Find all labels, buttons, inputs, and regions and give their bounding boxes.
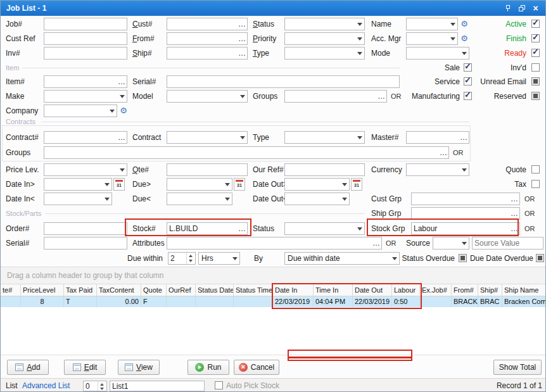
groups-input[interactable] bbox=[285, 91, 376, 102]
ship-grp-ellipsis-button[interactable]: … bbox=[509, 208, 519, 219]
spinner-up-icon[interactable] bbox=[98, 381, 106, 386]
contract-num-input[interactable] bbox=[44, 132, 117, 143]
cust-grp-input[interactable] bbox=[412, 193, 509, 205]
stock-serial-input[interactable] bbox=[44, 237, 127, 249]
add-button[interactable]: Add bbox=[7, 360, 49, 375]
inv-input[interactable] bbox=[44, 47, 127, 59]
company-select[interactable] bbox=[44, 104, 117, 117]
grid-cell[interactable]: Bracken Comm bbox=[502, 296, 546, 307]
stock-grp-input[interactable] bbox=[412, 223, 509, 234]
due-gt-select[interactable] bbox=[167, 178, 232, 191]
grid-cell[interactable]: 22/03/2019 bbox=[353, 296, 392, 307]
show-total-button[interactable]: Show Total bbox=[493, 360, 542, 375]
list-spinner-input[interactable] bbox=[84, 381, 98, 391]
grid-col-header[interactable]: te# bbox=[1, 284, 21, 296]
ship-input[interactable] bbox=[167, 47, 237, 59]
attributes-ellipsis-button[interactable]: … bbox=[371, 237, 381, 249]
pin-button[interactable] bbox=[502, 3, 513, 14]
ship-ellipsis-button[interactable]: … bbox=[237, 47, 247, 59]
due-gt-calendar-button[interactable]: 31 bbox=[234, 178, 245, 191]
date-in-gt-calendar-button[interactable]: 31 bbox=[113, 178, 125, 191]
grid-cell[interactable]: T bbox=[64, 296, 97, 307]
attributes-input[interactable] bbox=[167, 237, 371, 249]
grid-col-header[interactable]: Quote bbox=[141, 284, 167, 296]
grid-cell[interactable] bbox=[167, 296, 196, 307]
grid-col-header[interactable]: Tax Paid bbox=[64, 284, 97, 296]
priority-select[interactable] bbox=[284, 32, 365, 45]
date-in-lt-select[interactable] bbox=[44, 193, 112, 205]
grid-cell[interactable]: 0:50 bbox=[392, 296, 420, 307]
restore-button[interactable] bbox=[516, 3, 527, 14]
edit-button[interactable]: Edit bbox=[64, 360, 106, 375]
grid-col-header[interactable]: Ship Name bbox=[502, 284, 546, 296]
from-input[interactable] bbox=[167, 33, 237, 44]
grid-col-header[interactable]: TaxContent bbox=[97, 284, 141, 296]
grid-col-header[interactable]: Status Date bbox=[196, 284, 234, 296]
grid-cell[interactable]: F bbox=[141, 296, 167, 307]
grid-col-header[interactable]: Time In bbox=[314, 284, 353, 296]
grid-col-header[interactable]: Status Time bbox=[234, 284, 273, 296]
master-ellipsis-button[interactable]: … bbox=[459, 132, 469, 143]
grid-col-header[interactable]: PriceLevel bbox=[21, 284, 64, 296]
cust-ellipsis-button[interactable]: … bbox=[237, 18, 247, 30]
our-ref-input[interactable] bbox=[285, 164, 364, 175]
source-select[interactable] bbox=[433, 237, 469, 250]
type-select[interactable] bbox=[284, 47, 365, 60]
contract-type-select[interactable] bbox=[284, 131, 365, 144]
grid-cell[interactable]: BRAC bbox=[478, 296, 502, 307]
ready-checkbox[interactable] bbox=[531, 49, 540, 57]
grid-cell[interactable] bbox=[196, 296, 234, 307]
item-input[interactable] bbox=[44, 76, 117, 87]
qte-input[interactable] bbox=[167, 164, 247, 175]
spinner-down-icon[interactable] bbox=[187, 258, 195, 264]
cancel-button[interactable]: Cancel bbox=[234, 360, 279, 375]
grid-cell[interactable] bbox=[1, 296, 21, 307]
status-select[interactable] bbox=[284, 18, 365, 30]
stock-status-select[interactable] bbox=[284, 222, 365, 235]
unread-email-checkbox[interactable] bbox=[531, 77, 540, 85]
grid-cell[interactable] bbox=[420, 296, 452, 307]
ship-grp-input[interactable] bbox=[412, 208, 509, 219]
from-ellipsis-button[interactable]: … bbox=[237, 33, 247, 44]
master-input[interactable] bbox=[407, 132, 459, 143]
date-out-gt-select[interactable] bbox=[284, 178, 350, 191]
cust-grp-ellipsis-button[interactable]: … bbox=[509, 193, 519, 205]
grid-col-header[interactable]: Date Out bbox=[353, 284, 392, 296]
grid-col-header[interactable]: Ex.Job# bbox=[420, 284, 452, 296]
close-button[interactable]: × bbox=[530, 3, 541, 14]
due-within-unit-select[interactable]: Hrs bbox=[198, 252, 240, 265]
grid-col-header[interactable]: OurRef bbox=[167, 284, 196, 296]
reserved-checkbox[interactable] bbox=[531, 92, 540, 100]
grid-cell[interactable]: BRACK bbox=[452, 296, 478, 307]
tax-checkbox[interactable] bbox=[531, 180, 540, 188]
stock-ellipsis-button[interactable]: … bbox=[237, 223, 247, 234]
job-input[interactable] bbox=[44, 18, 127, 30]
grid-col-header[interactable]: From# bbox=[452, 284, 478, 296]
serial-input[interactable] bbox=[167, 76, 399, 87]
invd-checkbox[interactable] bbox=[531, 63, 540, 72]
contract-groups-input[interactable] bbox=[44, 147, 438, 158]
stock-grp-ellipsis-button[interactable]: … bbox=[509, 223, 519, 234]
due-within-input[interactable] bbox=[168, 253, 186, 264]
item-ellipsis-button[interactable]: … bbox=[117, 76, 127, 87]
contract-groups-ellipsis-button[interactable]: … bbox=[438, 147, 448, 158]
grid-cell[interactable] bbox=[234, 296, 273, 307]
cust-input[interactable] bbox=[167, 18, 237, 30]
spinner-up-icon[interactable] bbox=[187, 253, 195, 258]
status-overdue-checkbox[interactable] bbox=[459, 254, 467, 262]
due-lt-select[interactable] bbox=[167, 193, 232, 205]
cust-ref-input[interactable] bbox=[44, 33, 127, 44]
date-out-lt-select[interactable] bbox=[284, 193, 350, 205]
quote-checkbox[interactable] bbox=[531, 165, 540, 174]
company-gear-button[interactable]: ⚙ bbox=[118, 104, 129, 117]
grid-col-header[interactable]: Ship# bbox=[478, 284, 502, 296]
order-input[interactable] bbox=[44, 223, 127, 234]
grid-cell[interactable]: 04:04 PM bbox=[314, 296, 353, 307]
make-select[interactable] bbox=[44, 90, 127, 103]
advanced-list-link[interactable]: Advanced List bbox=[22, 379, 70, 392]
list-name-input[interactable] bbox=[110, 381, 204, 391]
auto-pick-checkbox[interactable] bbox=[215, 381, 223, 389]
grid-body[interactable] bbox=[1, 307, 546, 355]
grid-col-header[interactable]: Labour bbox=[392, 284, 420, 296]
active-checkbox[interactable] bbox=[531, 20, 540, 28]
